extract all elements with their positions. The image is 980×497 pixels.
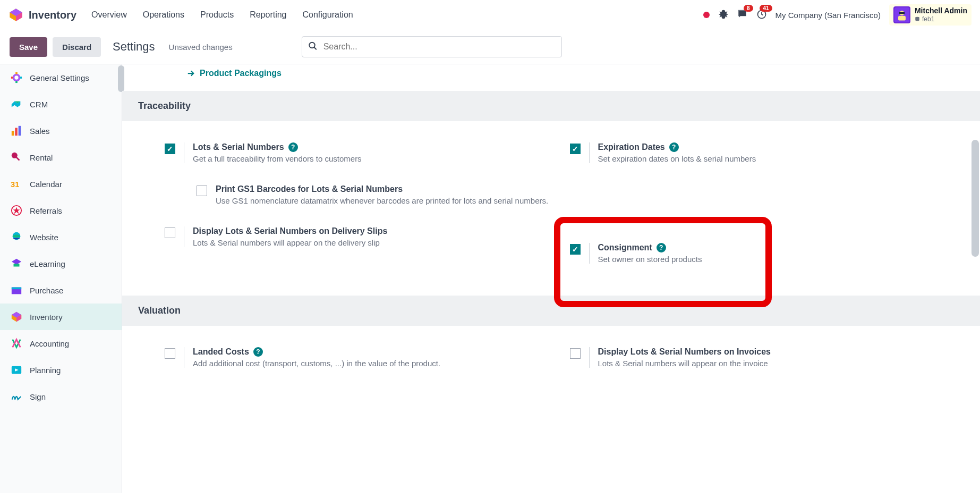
content: Product Packagings Traceability Lots & S… (122, 64, 980, 493)
sidebar-label: Website (30, 233, 58, 242)
sidebar-label: Rental (30, 153, 53, 162)
svg-rect-13 (15, 72, 18, 74)
help-icon[interactable]: ? (657, 243, 666, 252)
sidebar-item-purchase[interactable]: Purchase (0, 277, 122, 304)
checkbox-consignment[interactable] (570, 244, 581, 255)
app-logo-icon[interactable] (8, 7, 23, 22)
nav-right: 8 41 My Company (San Francisco) Mitchell… (703, 4, 972, 26)
checkbox-lots[interactable] (165, 144, 175, 154)
setting-desc: Get a full traceability from vendors to … (193, 154, 549, 163)
setting-desc: Set expiration dates on lots & serial nu… (598, 154, 954, 163)
action-bar: Save Discard Settings Unsaved changes (0, 30, 980, 64)
setting-delivery-slips: Display Lots & Serial Numbers on Deliver… (154, 221, 559, 252)
content-scrollbar-track[interactable] (972, 65, 979, 493)
sidebar-item-sign[interactable]: Sign (0, 383, 122, 410)
svg-rect-17 (12, 131, 14, 136)
checkbox-gs1[interactable] (197, 186, 207, 196)
help-icon[interactable]: ? (253, 347, 263, 357)
main: General Settings CRM Sales Rental 31Cale… (0, 64, 980, 493)
user-menu[interactable]: Mitchell Admin feb1 (889, 4, 972, 26)
sidebar-item-planning[interactable]: Planning (0, 357, 122, 383)
sidebar-label: eLearning (30, 259, 65, 268)
nav-overview[interactable]: Overview (91, 10, 127, 20)
nav-menu: Overview Operations Products Reporting C… (91, 10, 353, 20)
sidebar-item-accounting[interactable]: Accounting (0, 330, 122, 357)
search-input[interactable] (302, 36, 562, 57)
setting-title-label: Display Lots & Serial Numbers on Deliver… (193, 226, 387, 236)
svg-point-26 (13, 234, 21, 238)
accounting-icon (11, 338, 22, 349)
svg-rect-6 (898, 16, 906, 21)
app-title[interactable]: Inventory (29, 9, 76, 21)
content-scrollbar-thumb[interactable] (972, 140, 979, 257)
sidebar-item-general-settings[interactable]: General Settings (0, 64, 122, 91)
nav-configuration[interactable]: Configuration (303, 10, 353, 20)
top-navigation: Inventory Overview Operations Products R… (0, 0, 980, 30)
page-title: Settings (113, 40, 155, 54)
checkbox-expiration[interactable] (570, 144, 581, 154)
company-selector[interactable]: My Company (San Francisco) (776, 11, 881, 20)
help-icon[interactable]: ? (288, 142, 298, 152)
calendar-icon: 31 (11, 178, 22, 190)
section-valuation: Valuation (122, 296, 980, 326)
sidebar-label: Referrals (30, 206, 62, 215)
sidebar-item-inventory[interactable]: Inventory (0, 304, 122, 330)
svg-rect-15 (11, 77, 13, 79)
user-name: Mitchell Admin (915, 6, 967, 15)
checkbox-landed[interactable] (165, 348, 175, 359)
setting-desc: Use GS1 nomenclature datamatrix whenever… (216, 196, 549, 205)
setting-lots: Lots & Serial Numbers? Get a full tracea… (154, 137, 559, 169)
setting-landed-costs: Landed Costs? Add additional cost (trans… (154, 342, 559, 373)
save-button[interactable]: Save (10, 37, 47, 57)
nav-operations[interactable]: Operations (143, 10, 184, 20)
help-icon[interactable]: ? (669, 142, 679, 152)
debug-icon[interactable] (718, 9, 729, 21)
svg-line-10 (314, 47, 317, 50)
checkbox-delivery[interactable] (165, 228, 175, 238)
planning-icon (11, 364, 22, 376)
sidebar-item-elearning[interactable]: eLearning (0, 250, 122, 277)
sidebar-item-calendar[interactable]: 31Calendar (0, 171, 122, 197)
svg-rect-18 (15, 128, 18, 136)
sidebar-item-rental[interactable]: Rental (0, 144, 122, 171)
checkbox-invoices[interactable] (570, 348, 581, 359)
user-meta: Mitchell Admin feb1 (915, 6, 967, 23)
sidebar-label: Calendar (30, 180, 62, 189)
valuation-grid: Landed Costs? Add additional cost (trans… (122, 326, 980, 394)
sidebar: General Settings CRM Sales Rental 31Cale… (0, 64, 122, 493)
messages-icon[interactable]: 8 (737, 9, 748, 21)
setting-gs1: Print GS1 Barcodes for Lots & Serial Num… (186, 179, 559, 210)
user-db: feb1 (915, 15, 967, 23)
key-icon (11, 151, 22, 163)
sidebar-item-sales[interactable]: Sales (0, 117, 122, 144)
sidebar-item-referrals[interactable]: Referrals (0, 197, 122, 224)
setting-title-label: Lots & Serial Numbers (193, 142, 284, 152)
svg-text:31: 31 (11, 180, 19, 189)
svg-rect-30 (12, 288, 21, 290)
graduation-cap-icon (11, 258, 22, 269)
product-packagings-link[interactable]: Product Packagings (122, 64, 980, 91)
search-wrap (302, 36, 562, 57)
sidebar-item-website[interactable]: Website (0, 224, 122, 250)
presence-indicator-icon[interactable] (703, 12, 710, 18)
gear-icon (11, 72, 22, 83)
sidebar-label: Purchase (30, 286, 63, 295)
sidebar-label: Sales (30, 127, 50, 136)
handshake-icon (11, 98, 22, 110)
setting-title-label: Expiration Dates (598, 142, 665, 152)
star-badge-icon (11, 205, 22, 216)
nav-products[interactable]: Products (200, 10, 234, 20)
svg-rect-21 (15, 156, 20, 161)
sidebar-label: CRM (30, 100, 48, 109)
setting-title-label: Display Lots & Serial Numbers on Invoice… (598, 347, 771, 357)
nav-reporting[interactable]: Reporting (250, 10, 286, 20)
bar-chart-icon (11, 125, 22, 137)
sidebar-label: Sign (30, 392, 46, 401)
setting-title-label: Print GS1 Barcodes for Lots & Serial Num… (216, 184, 403, 194)
discard-button[interactable]: Discard (53, 37, 101, 57)
unsaved-status: Unsaved changes (169, 43, 233, 52)
sidebar-item-crm[interactable]: CRM (0, 91, 122, 117)
activities-icon[interactable]: 41 (756, 9, 767, 21)
setting-title-label: Landed Costs (193, 347, 249, 357)
svg-point-12 (14, 75, 18, 79)
